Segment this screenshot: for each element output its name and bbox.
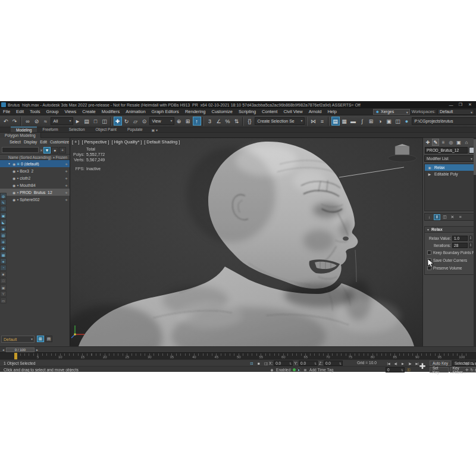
strip-move-icon[interactable]: ✚ bbox=[0, 245, 7, 251]
pan-icon[interactable]: ✛ bbox=[465, 367, 469, 372]
unlink-selection-icon[interactable]: ⊘ bbox=[33, 117, 41, 126]
curve-editor-icon[interactable]: ∫ bbox=[358, 117, 367, 126]
menu-group[interactable]: Group bbox=[43, 109, 62, 114]
relax-rollout-header[interactable]: ▼ Relax bbox=[424, 226, 474, 233]
select-and-place-icon[interactable]: ⊙ bbox=[140, 117, 149, 126]
perspective-viewport[interactable]: [ + ][ Perspective ][ High Quality* ][ D… bbox=[70, 138, 422, 346]
viewport-menu-quality[interactable]: [ High Quality* ] bbox=[112, 139, 142, 145]
explorer-menu-display[interactable]: Display bbox=[23, 140, 38, 144]
strip-grid-icon[interactable]: ▦ bbox=[0, 252, 7, 258]
iterations-spinner[interactable]: ▲▼ bbox=[469, 243, 472, 248]
selection-lock-icon[interactable]: ■ bbox=[256, 361, 262, 366]
x-coordinate-field[interactable]: 0.0 bbox=[274, 361, 293, 366]
ribbon-more-dropdown[interactable]: ▣ ▾ bbox=[152, 128, 158, 132]
named-selection-sets-dropdown[interactable]: Create Selection Se bbox=[255, 117, 305, 125]
menu-rendering[interactable]: Rendering bbox=[182, 109, 209, 114]
minimize-button[interactable]: — bbox=[446, 102, 456, 108]
add-time-tag[interactable]: Add Time Tag bbox=[309, 368, 333, 372]
keyboard-shortcut-override-icon[interactable]: ↑ bbox=[193, 117, 201, 126]
menu-file[interactable]: File bbox=[0, 109, 13, 114]
render-production-icon[interactable]: ● bbox=[403, 117, 411, 126]
visibility-eye-icon[interactable]: ◉ bbox=[12, 162, 15, 166]
time-slider[interactable]: ◄ 0 / 100 ► bbox=[0, 346, 476, 352]
visibility-eye-icon[interactable]: ◉ bbox=[12, 169, 15, 173]
frozen-state-icon[interactable]: ∗ bbox=[65, 190, 68, 195]
strip-outline-icon[interactable]: □ bbox=[0, 278, 7, 284]
strip-select-icon[interactable]: ◍ bbox=[0, 193, 7, 199]
stack-item-icon[interactable]: ◉ bbox=[427, 165, 433, 170]
set-key-button[interactable]: Set Key bbox=[430, 367, 449, 372]
explorer-row-default-layer[interactable]: ▾ ◉ ▣ 0 (default) ∗ bbox=[0, 160, 70, 167]
toolbar-separator[interactable] bbox=[242, 117, 244, 126]
frozen-state-icon[interactable]: ∗ bbox=[65, 176, 68, 180]
strip-solid-icon[interactable]: ■ bbox=[0, 271, 7, 277]
explorer-search-input[interactable] bbox=[2, 147, 39, 153]
title-bar[interactable]: Brutus_high.max - Autodesk 3ds Max 2022 … bbox=[0, 101, 476, 108]
explorer-lock-button[interactable]: ● bbox=[51, 147, 58, 154]
strip-funnel-icon[interactable]: Y bbox=[0, 291, 7, 297]
close-button[interactable]: ✕ bbox=[465, 102, 475, 108]
expand-arrow-icon[interactable]: ▾ bbox=[8, 162, 12, 165]
viewport-menu-general[interactable]: [ + ] bbox=[72, 139, 79, 145]
visibility-eye-icon[interactable]: ◉ bbox=[12, 190, 15, 195]
menu-views[interactable]: Views bbox=[61, 109, 79, 114]
object-name-field[interactable]: PROD_Brutus_12 bbox=[425, 147, 468, 154]
isolate-selection-icon[interactable]: ⊡ bbox=[249, 361, 255, 366]
current-frame-field[interactable]: 0 bbox=[386, 367, 405, 372]
edit-named-selection-sets-icon[interactable]: {} bbox=[246, 117, 254, 126]
explorer-menu-edit[interactable]: Edit bbox=[39, 140, 48, 144]
explorer-row-cloth2[interactable]: ◉ ● cloth2 ∗ bbox=[0, 174, 70, 181]
command-tab-utilities-icon[interactable]: ⌂ bbox=[463, 139, 470, 146]
y-coordinate-field[interactable]: 0.0 bbox=[299, 361, 318, 366]
explorer-row-box3-2[interactable]: ◉ ● Box3_2 ∗ bbox=[0, 167, 70, 174]
select-and-link-icon[interactable]: ∞ bbox=[24, 117, 32, 126]
strip-paint-icon[interactable]: ✎ bbox=[0, 199, 7, 205]
relax-value-spinner[interactable]: ▲▼ bbox=[469, 236, 472, 241]
rectangular-selection-region-icon[interactable]: □ bbox=[92, 117, 100, 126]
explorer-menu-select[interactable]: Select bbox=[8, 140, 22, 144]
make-unique-icon[interactable]: ◫ bbox=[441, 214, 448, 220]
play-button[interactable]: ▶ bbox=[400, 361, 406, 366]
schematic-view-icon[interactable]: ⊞ bbox=[367, 117, 375, 126]
animation-layer-list-button[interactable]: ▤ bbox=[45, 336, 52, 342]
use-pivot-point-icon[interactable]: ⊕ bbox=[175, 117, 183, 126]
menu-civil-view[interactable]: Civil View bbox=[280, 109, 305, 114]
align-icon[interactable]: ≡ bbox=[318, 117, 327, 126]
visibility-eye-icon[interactable]: ◉ bbox=[12, 183, 15, 187]
playback-mode-icon[interactable]: ▶ bbox=[297, 368, 301, 372]
strip-pivot-icon[interactable]: ⊕ bbox=[0, 239, 7, 245]
ribbon-tab-populate[interactable]: Populate bbox=[122, 127, 148, 132]
animation-layer-dropdown[interactable]: Default bbox=[1, 336, 35, 343]
time-config-icon[interactable]: ◈ bbox=[269, 367, 275, 372]
relax-value-field[interactable]: 1.0 bbox=[452, 236, 468, 241]
toolbar-separator[interactable] bbox=[20, 117, 22, 126]
toolbar-separator[interactable] bbox=[306, 117, 308, 126]
select-and-rotate-icon[interactable]: ↻ bbox=[123, 117, 131, 126]
frozen-state-icon[interactable]: ∗ bbox=[65, 198, 68, 202]
go-to-start-button[interactable]: |◀ bbox=[386, 361, 392, 366]
explorer-row-prod-brutus-12[interactable]: ◉ ● PROD_Brutus_12 ∗ bbox=[0, 189, 70, 196]
toggle-ribbon-icon[interactable]: ▬ bbox=[349, 117, 358, 126]
mute-icon[interactable]: ⊗ bbox=[302, 367, 308, 372]
strip-light-icon[interactable]: ○ bbox=[0, 206, 7, 212]
select-and-manipulate-icon[interactable]: ⊞ bbox=[184, 117, 192, 126]
select-and-scale-icon[interactable]: ▱ bbox=[131, 117, 140, 126]
explorer-row-mouth84[interactable]: ◉ ● Mouth84 ∗ bbox=[0, 181, 70, 189]
toggle-layer-explorer-icon[interactable]: ▦ bbox=[340, 117, 349, 126]
signin-user-dropdown[interactable]: ☻ Xerges bbox=[373, 109, 410, 115]
snap-toggle-3d-icon[interactable]: 3 bbox=[206, 117, 214, 126]
command-tab-motion-icon[interactable]: ◎ bbox=[447, 139, 455, 146]
spinner-snap-icon[interactable]: ⇅ bbox=[233, 117, 241, 126]
explorer-row-sphere002[interactable]: ◉ ● Sphere002 ∗ bbox=[0, 196, 70, 203]
ribbon-tab-object-paint[interactable]: Object Paint bbox=[90, 127, 122, 132]
mirror-icon[interactable]: ⋈ bbox=[309, 117, 318, 126]
previous-frame-button[interactable]: ◀| bbox=[393, 361, 399, 366]
angle-snap-icon[interactable]: ∠ bbox=[215, 117, 223, 126]
column-name[interactable]: Name (Sorted Ascending) bbox=[8, 155, 51, 159]
viewport-menu-shading[interactable]: [ Default Shading ] bbox=[144, 139, 180, 145]
next-key-button[interactable]: ► bbox=[35, 348, 39, 352]
frozen-state-icon[interactable]: ∗ bbox=[65, 169, 68, 173]
toolbar-separator[interactable] bbox=[110, 117, 112, 126]
stack-item-relax[interactable]: ◉ Relax bbox=[425, 164, 474, 171]
maximize-button[interactable]: ❐ bbox=[456, 102, 465, 108]
